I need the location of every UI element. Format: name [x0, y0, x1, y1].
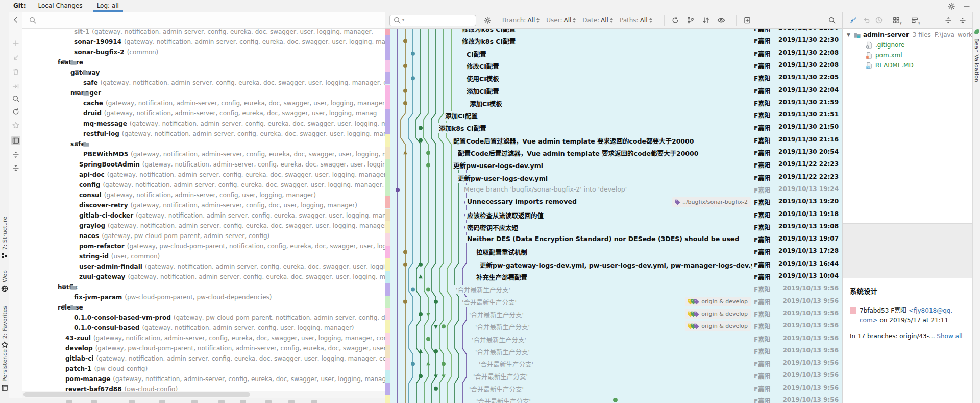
- commit-row[interactable]: CI配置F嘉阳2019/11/30 22:08: [385, 48, 842, 60]
- branch-row[interactable]: consul(gateway, notification, admin-serv…: [22, 190, 385, 200]
- branch-group-row[interactable]: ▼release: [22, 302, 385, 313]
- commit-row[interactable]: 补充生产部署配置F嘉阳2019/10/13 10:04: [385, 271, 842, 283]
- intellisort-icon[interactable]: [700, 16, 712, 25]
- go-to-hash-branch-icon[interactable]: [685, 16, 696, 25]
- branch-group-row[interactable]: ▼gateway: [22, 67, 385, 78]
- show-branches-panel-icon[interactable]: [11, 136, 20, 145]
- commit-email-link[interactable]: com>: [860, 317, 878, 324]
- commit-row[interactable]: 密码密钥不应太短F嘉阳2019/10/13 19:08: [385, 221, 842, 233]
- bottom-bar-icon[interactable]: [288, 400, 295, 403]
- horizontal-scrollbar[interactable]: [22, 391, 385, 398]
- changed-file-row[interactable]: MD README.MD: [843, 60, 972, 70]
- ref-label-chip[interactable]: origin & develop: [685, 321, 751, 331]
- commit-row[interactable]: 拉取配置重试机制F嘉阳2019/10/13 17:28: [385, 246, 842, 258]
- sidebar-item-web[interactable]: Web: [0, 270, 9, 293]
- bottom-bar-icon[interactable]: [311, 400, 317, 403]
- commit-row[interactable]: 更新pw-user-logs-dev.ymlF嘉阳2019/11/22 22:2…: [385, 172, 842, 184]
- tab-local-changes[interactable]: Local Changes: [31, 0, 90, 12]
- branch-row[interactable]: pom-refactor(gateway, pw-cloud-pom-paren…: [22, 241, 385, 251]
- sidebar-item-structure[interactable]: 7: Structure: [0, 217, 9, 260]
- filter-user[interactable]: User:All: [546, 17, 576, 24]
- commit-row[interactable]: '合并最新生产分支'F嘉阳2019/10/13 9:56: [385, 358, 842, 370]
- commit-row[interactable]: Neither DES (Data Encryption Standard) n…: [385, 233, 842, 246]
- commit-row[interactable]: Merge branch 'bugfix/sonar-bugfix-2' int…: [385, 184, 842, 196]
- bottom-bar-icon[interactable]: [159, 400, 165, 403]
- branch-row[interactable]: patch-1(pw-cloud-config): [22, 364, 385, 374]
- branch-row[interactable]: zuul-gateway(gateway, notification, admi…: [22, 272, 385, 282]
- branch-row[interactable]: fix-jvm-param(pw-cloud-pom-parent, pw-cl…: [22, 292, 385, 302]
- branch-row[interactable]: sonar-bugfix-2(common): [22, 47, 385, 57]
- expanded-arrow-icon[interactable]: ▼: [62, 59, 66, 64]
- scroll-to-source-icon[interactable]: [849, 16, 858, 25]
- hide-tool-window-icon[interactable]: [963, 2, 971, 10]
- commit-row[interactable]: 添加CI模板F嘉阳2019/11/30 21:59: [385, 97, 842, 109]
- branch-row[interactable]: mq-message(gateway, notification, admin-…: [22, 118, 385, 129]
- commit-row[interactable]: '合并最新生产分支'origin & developF嘉阳2019/10/13 …: [385, 308, 842, 320]
- rollback-icon[interactable]: [11, 53, 20, 62]
- sidebar-item-persistence[interactable]: Persistence: [0, 349, 9, 392]
- expanded-arrow-icon[interactable]: ▼: [75, 141, 79, 146]
- commit-row[interactable]: 修改CI配置F嘉阳2019/11/30 22:08: [385, 60, 842, 72]
- expanded-arrow-icon[interactable]: ▼: [847, 32, 850, 37]
- branch-group-row[interactable]: ▼feature: [22, 57, 385, 67]
- filter-paths[interactable]: Paths:All: [620, 17, 652, 24]
- commit-row[interactable]: '合并最新生产分支'F嘉阳2019/10/13 9:56: [385, 345, 842, 358]
- branch-row[interactable]: sonar-190914(gateway, notification, admi…: [22, 37, 385, 47]
- new-log-tab-icon[interactable]: [742, 16, 753, 25]
- sidebar-item-bean-validation[interactable]: Bean Validation: [973, 28, 980, 82]
- changed-file-row[interactable]: .gitignore: [843, 40, 972, 50]
- branch-row[interactable]: sit-1(gateway, notification, admin-serve…: [22, 29, 385, 37]
- ref-label-chip[interactable]: origin & develop: [685, 309, 751, 319]
- branch-row[interactable]: PBEWithMD5(gateway, notification, admin-…: [22, 149, 385, 159]
- commit-row[interactable]: 配置Code后置过滤器，Vue admin template 要求返回的code…: [385, 147, 842, 159]
- branch-row[interactable]: 0.1.0-consol-based-vm-prod(gateway, pw-c…: [22, 313, 385, 323]
- branch-row[interactable]: graylog(gateway, notification, admin-ser…: [22, 221, 385, 231]
- commit-row[interactable]: 使用CI模板F嘉阳2019/11/30 22:05: [385, 72, 842, 84]
- filter-branch[interactable]: Branch:All: [502, 17, 540, 24]
- changed-file-row[interactable]: <> pom.xml: [843, 50, 972, 60]
- expanded-arrow-icon[interactable]: ▼: [75, 69, 79, 75]
- commit-row[interactable]: 更新pw-user-logs-dev.ymlF嘉阳2019/11/22 22:2…: [385, 159, 842, 171]
- ref-label-chip[interactable]: origin & develop: [685, 297, 751, 306]
- branch-row[interactable]: config(gateway, notification, admin-serv…: [22, 180, 385, 190]
- branch-row[interactable]: SpringBootAdmin(gateway, notification, a…: [22, 159, 385, 170]
- show-all-link[interactable]: Show all: [937, 333, 962, 340]
- branch-row[interactable]: restful-log(gateway, notification, admin…: [22, 129, 385, 139]
- expanded-arrow-icon[interactable]: ▼: [62, 284, 66, 289]
- refresh-log-icon[interactable]: [670, 16, 681, 25]
- branch-row[interactable]: nacos(gateway, pw-cloud-pom-parent, admi…: [22, 231, 385, 241]
- bottom-bar-icon[interactable]: [240, 400, 246, 403]
- branch-group-row[interactable]: ▼safe: [22, 139, 385, 149]
- commit-row[interactable]: '合并最新生产分支'F嘉阳2019/10/13 9:56: [385, 283, 842, 295]
- view-options-eye-icon[interactable]: [716, 16, 727, 25]
- delete-icon[interactable]: [11, 67, 20, 77]
- branch-group-row[interactable]: ▼hotfix: [22, 282, 385, 292]
- branch-row[interactable]: gitlab-ci(gateway, notification, admin-s…: [22, 353, 385, 364]
- log-search-input[interactable]: ▾: [389, 15, 476, 26]
- log-settings-gear-icon[interactable]: [483, 16, 492, 25]
- commit-row[interactable]: Unnecessary imports removed../bugfix/son…: [385, 196, 842, 208]
- refresh-icon[interactable]: [11, 107, 20, 116]
- commit-row[interactable]: 应该检查从流读取返回的值F嘉阳2019/10/13 19:18: [385, 209, 842, 221]
- commit-row[interactable]: 更新pw-gateway-logs-dev.yml, pw-user-logs-…: [385, 258, 842, 271]
- branch-group-row[interactable]: ▼manager: [22, 88, 385, 98]
- expand-all-icon[interactable]: [11, 150, 20, 159]
- commit-row[interactable]: '合并最新生产分支'origin & developF嘉阳2019/10/13 …: [385, 296, 842, 308]
- cherry-pick-icon[interactable]: [11, 82, 20, 91]
- commit-row[interactable]: '合并最新生产分支'origin & developF嘉阳2019/10/13 …: [385, 320, 842, 333]
- search-icon[interactable]: [11, 94, 20, 103]
- commit-row[interactable]: 添加CI配置F嘉阳2019/11/30 21:51: [385, 109, 842, 122]
- branch-row[interactable]: 43-zuul(gateway, notification, admin-ser…: [22, 333, 385, 343]
- branch-row[interactable]: api-doc(gateway, notification, admin-ser…: [22, 170, 385, 180]
- expanded-arrow-icon[interactable]: ▼: [75, 90, 79, 95]
- scrollbar-thumb[interactable]: [23, 392, 250, 397]
- branch-row[interactable]: user-admin-findall(gateway, notification…: [22, 262, 385, 272]
- branch-row[interactable]: cache(gateway, notification, admin-serve…: [22, 98, 385, 108]
- tab-log-all[interactable]: Log: all: [90, 0, 126, 12]
- commit-row[interactable]: 添加CI配置F嘉阳2019/11/30 22:04: [385, 85, 842, 97]
- branch-row[interactable]: druid(gateway, notification, admin-serve…: [22, 108, 385, 118]
- favorite-star-icon[interactable]: [11, 121, 20, 130]
- branch-row[interactable]: string-id(user, common): [22, 251, 385, 262]
- details-splitter[interactable]: [843, 223, 972, 278]
- back-button[interactable]: [11, 15, 20, 25]
